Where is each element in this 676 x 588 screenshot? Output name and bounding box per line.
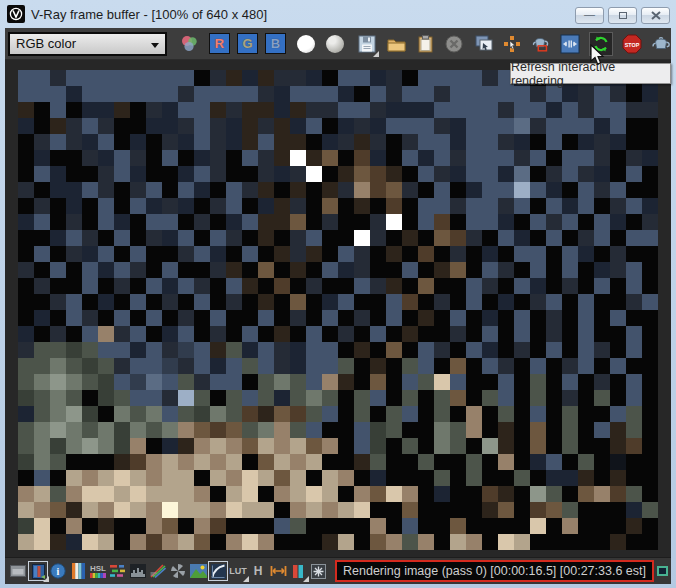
render-last-icon[interactable] (651, 33, 671, 55)
render-pixel-block (178, 374, 194, 390)
render-pixel-block (50, 454, 66, 470)
region-render-icon[interactable] (531, 33, 551, 55)
render-pixel-block (514, 422, 530, 438)
render-pixel-block (530, 390, 546, 406)
render-pixel-block (114, 470, 130, 486)
histogram-icon[interactable] (129, 562, 147, 580)
save-image-button[interactable] (357, 33, 377, 55)
render-pixel-block (530, 230, 546, 246)
render-pixel-block (370, 326, 386, 342)
render-pixel-block (578, 438, 594, 454)
channel-select[interactable]: RGB color (8, 32, 167, 56)
render-pixel-block (18, 166, 34, 182)
render-pixel-block (210, 86, 226, 102)
restore-button[interactable] (608, 7, 637, 24)
hsl-adjust-icon[interactable]: HSL (89, 562, 107, 580)
pixel-aspect-icon[interactable] (269, 562, 287, 580)
render-pixel-block (162, 102, 178, 118)
render-pixel-block (386, 310, 402, 326)
render-pixel-block (306, 470, 322, 486)
separate-window-button[interactable] (654, 562, 672, 580)
render-pixel-block (290, 326, 306, 342)
render-pixel-block (306, 182, 322, 198)
track-mouse-render-icon[interactable] (502, 33, 522, 55)
render-pixel-block (194, 486, 210, 502)
white-balance-icon[interactable] (297, 35, 315, 53)
render-pixel-block (274, 406, 290, 422)
background-image-icon[interactable] (189, 562, 207, 580)
vfb-settings-icon[interactable] (9, 562, 27, 580)
clear-image-button[interactable] (444, 33, 464, 55)
render-pixel-block (418, 230, 434, 246)
render-pixel-block (290, 422, 306, 438)
render-pixel-block (210, 102, 226, 118)
render-pixel-block (546, 294, 562, 310)
render-pixel-block (418, 342, 434, 358)
close-button[interactable] (641, 7, 670, 24)
render-pixel-block (258, 118, 274, 134)
copy-to-clipboard-button[interactable] (415, 33, 435, 55)
render-pixel-block (338, 390, 354, 406)
color-curves-icon[interactable] (149, 562, 167, 580)
lut-icon[interactable]: LUT (229, 562, 247, 580)
render-pixel-block (306, 214, 322, 230)
render-pixel-block (370, 438, 386, 454)
render-pixel-block (626, 454, 642, 470)
titlebar[interactable]: V-Ray frame buffer - [100% of 640 x 480]… (0, 0, 676, 28)
compare-icon[interactable] (309, 562, 327, 580)
load-image-button[interactable] (386, 33, 406, 55)
duplicate-to-host-icon[interactable] (473, 33, 493, 55)
render-pixel-block (562, 406, 578, 422)
render-pixel-block (530, 182, 546, 198)
render-pixel-block (162, 70, 178, 86)
render-pixel-block (162, 422, 178, 438)
color-balance-icon[interactable] (109, 562, 127, 580)
render-pixel-block (34, 518, 50, 534)
render-canvas[interactable] (18, 70, 658, 550)
render-pixel-block (146, 134, 162, 150)
render-pixel-block (610, 182, 626, 198)
render-pixel-block (610, 470, 626, 486)
render-pixel-block (594, 102, 610, 118)
render-pixel-block (178, 86, 194, 102)
render-pixel-block (258, 214, 274, 230)
render-pixel-block (514, 134, 530, 150)
client-area: RGB color R G B (5, 28, 671, 584)
render-pixel-block (626, 198, 642, 214)
render-pixel-block (50, 214, 66, 230)
render-pixel-block (98, 502, 114, 518)
render-pixel-block (98, 454, 114, 470)
red-channel-button[interactable]: R (209, 33, 230, 54)
render-pixel-block (514, 214, 530, 230)
render-pixel-block (626, 518, 642, 534)
alpha-channel-icon[interactable] (326, 35, 344, 53)
render-pixel-block (18, 70, 34, 86)
render-pixel-block (610, 406, 626, 422)
render-pixel-block (178, 326, 194, 342)
stop-render-button[interactable]: STOP (622, 33, 642, 55)
lens-effects-icon[interactable] (169, 562, 187, 580)
render-pixel-block (66, 150, 82, 166)
mouse-cursor-icon (589, 44, 605, 66)
color-channels-icon[interactable] (179, 33, 199, 55)
render-pixel-block (354, 454, 370, 470)
render-pixel-block (242, 342, 258, 358)
render-pixel-block (306, 262, 322, 278)
blue-channel-button[interactable]: B (265, 33, 286, 54)
clamp-colors-icon[interactable] (560, 33, 580, 55)
color-gradient-icon[interactable] (69, 562, 87, 580)
minimize-button[interactable]: — (575, 7, 604, 24)
render-pixel-block (130, 294, 146, 310)
render-pixel-block (274, 150, 290, 166)
render-pixel-block (338, 246, 354, 262)
render-pixel-block (498, 278, 514, 294)
render-pixel-block (162, 518, 178, 534)
green-channel-button[interactable]: G (237, 33, 258, 54)
render-pixel-block (594, 534, 610, 550)
stereo-channels-icon[interactable] (289, 562, 307, 580)
icc-profile-icon[interactable]: H (249, 562, 267, 580)
display-channels-icon[interactable] (29, 562, 47, 580)
curve-correction-icon[interactable] (209, 562, 227, 580)
render-pixel-block (578, 166, 594, 182)
info-icon[interactable]: i (49, 562, 67, 580)
